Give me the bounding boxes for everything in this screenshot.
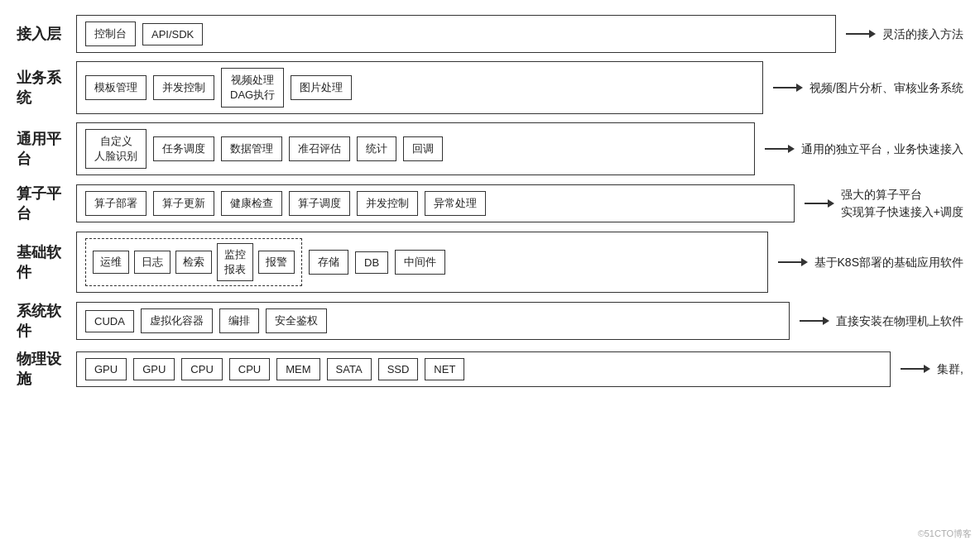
layer-desc-access: 灵活的接入方法 bbox=[882, 26, 963, 43]
infrasw-dashed-item-0: 运维 bbox=[93, 251, 129, 274]
layer-box-operator: 算子部署算子更新健康检查算子调度并发控制异常处理 bbox=[76, 184, 795, 222]
item-syssw-0: CUDA bbox=[85, 310, 134, 332]
layer-label-infrasw: 基础软件 bbox=[17, 242, 76, 282]
layer-box-physical: GPUGPUCPUCPUMEMSATASSDNET bbox=[76, 351, 891, 387]
layer-content-operator: 算子部署算子更新健康检查算子调度并发控制异常处理强大的算子平台实现算子快速接入+… bbox=[76, 184, 963, 222]
arrow-operator bbox=[805, 199, 834, 208]
item-physical-3: CPU bbox=[229, 358, 270, 380]
layer-desc-physical: 集群, bbox=[937, 361, 963, 378]
layer-desc-infrasw: 基于K8S部署的基础应用软件 bbox=[814, 254, 963, 271]
item-syssw-1: 虚拟化容器 bbox=[141, 308, 213, 333]
item-business-1: 并发控制 bbox=[153, 75, 214, 100]
layer-row-infrasw: 基础软件运维日志检索监控报表报警存储DB中间件基于K8S部署的基础应用软件 bbox=[17, 232, 963, 293]
arrow-access bbox=[846, 30, 876, 38]
item-physical-6: SSD bbox=[378, 358, 419, 380]
item-physical-7: NET bbox=[425, 358, 464, 380]
item-platform-1: 任务调度 bbox=[153, 136, 214, 161]
infrasw-dashed-item-1: 日志 bbox=[134, 251, 171, 274]
layer-box-syssw: CUDA虚拟化容器编排安全鉴权 bbox=[76, 302, 790, 340]
layer-row-platform: 通用平台自定义人脸识别任务调度数据管理准召评估统计回调通用的独立平台，业务快速接… bbox=[17, 122, 963, 175]
layer-row-operator: 算子平台算子部署算子更新健康检查算子调度并发控制异常处理强大的算子平台实现算子快… bbox=[17, 184, 963, 223]
layer-row-access: 接入层控制台API/SDK灵活的接入方法 bbox=[17, 15, 963, 53]
watermark: ©51CTO博客 bbox=[918, 528, 972, 540]
layer-label-access: 接入层 bbox=[17, 24, 76, 44]
infrasw-solid-item-0: 存储 bbox=[309, 250, 348, 275]
item-platform-0: 自定义人脸识别 bbox=[85, 129, 147, 169]
item-platform-4: 统计 bbox=[357, 136, 396, 161]
item-platform-5: 回调 bbox=[403, 136, 443, 161]
layer-content-syssw: CUDA虚拟化容器编排安全鉴权直接安装在物理机上软件 bbox=[76, 302, 963, 340]
layer-content-platform: 自定义人脸识别任务调度数据管理准召评估统计回调通用的独立平台，业务快速接入 bbox=[76, 122, 963, 175]
layer-desc-operator: 强大的算子平台实现算子快速接入+调度 bbox=[841, 186, 963, 221]
item-syssw-2: 编排 bbox=[219, 308, 259, 333]
infrasw-solid-item-2: 中间件 bbox=[395, 250, 445, 275]
layer-desc-platform: 通用的独立平台，业务快速接入 bbox=[801, 141, 963, 158]
item-business-2: 视频处理DAG执行 bbox=[221, 68, 284, 108]
layer-box-platform: 自定义人脸识别任务调度数据管理准召评估统计回调 bbox=[76, 122, 755, 175]
item-operator-5: 异常处理 bbox=[425, 191, 486, 216]
layer-box-infrasw: 运维日志检索监控报表报警存储DB中间件 bbox=[76, 232, 768, 293]
arrow-business bbox=[773, 84, 803, 92]
layer-desc-syssw: 直接安装在物理机上软件 bbox=[836, 313, 963, 330]
layer-label-platform: 通用平台 bbox=[17, 129, 76, 169]
layer-row-syssw: 系统软件CUDA虚拟化容器编排安全鉴权直接安装在物理机上软件 bbox=[17, 301, 963, 341]
layer-row-business: 业务系统模板管理并发控制视频处理DAG执行图片处理视频/图片分析、审核业务系统 bbox=[17, 61, 963, 114]
dashed-group: 运维日志检索监控报表报警 bbox=[85, 238, 302, 286]
arrow-syssw bbox=[800, 317, 829, 325]
layer-content-business: 模板管理并发控制视频处理DAG执行图片处理视频/图片分析、审核业务系统 bbox=[76, 61, 963, 114]
layer-content-infrasw: 运维日志检索监控报表报警存储DB中间件基于K8S部署的基础应用软件 bbox=[76, 232, 963, 293]
layer-label-physical: 物理设施 bbox=[17, 349, 76, 389]
arrow-physical bbox=[901, 365, 930, 373]
item-physical-4: MEM bbox=[276, 358, 319, 380]
item-business-0: 模板管理 bbox=[85, 75, 147, 100]
layer-box-business: 模板管理并发控制视频处理DAG执行图片处理 bbox=[76, 61, 763, 114]
layer-box-access: 控制台API/SDK bbox=[76, 15, 836, 53]
item-physical-5: SATA bbox=[327, 358, 372, 380]
infrasw-dashed-item-3: 监控报表 bbox=[217, 243, 253, 281]
layer-label-syssw: 系统软件 bbox=[17, 301, 76, 341]
item-operator-4: 并发控制 bbox=[357, 191, 418, 216]
layer-desc-business: 视频/图片分析、审核业务系统 bbox=[809, 79, 963, 97]
item-platform-3: 准召评估 bbox=[289, 136, 350, 161]
arrow-infrasw bbox=[778, 258, 808, 266]
infrasw-dashed-item-2: 检索 bbox=[175, 251, 212, 274]
item-syssw-3: 安全鉴权 bbox=[266, 308, 327, 333]
item-physical-2: CPU bbox=[181, 358, 222, 380]
item-operator-1: 算子更新 bbox=[153, 191, 214, 216]
layer-label-business: 业务系统 bbox=[17, 68, 76, 108]
layer-content-access: 控制台API/SDK灵活的接入方法 bbox=[76, 15, 963, 53]
item-operator-3: 算子调度 bbox=[289, 191, 350, 216]
item-physical-1: GPU bbox=[133, 358, 175, 380]
infrasw-solid-item-1: DB bbox=[355, 251, 388, 274]
infrasw-dashed-item-4: 报警 bbox=[258, 251, 295, 274]
layer-content-physical: GPUGPUCPUCPUMEMSATASSDNET集群, bbox=[76, 351, 963, 387]
item-physical-0: GPU bbox=[85, 358, 127, 380]
item-access-0: 控制台 bbox=[85, 22, 136, 46]
item-operator-2: 健康检查 bbox=[221, 191, 282, 216]
item-business-3: 图片处理 bbox=[291, 75, 352, 100]
item-access-1: API/SDK bbox=[142, 23, 203, 45]
arrow-platform bbox=[765, 145, 795, 153]
layer-label-operator: 算子平台 bbox=[17, 184, 76, 223]
layer-row-physical: 物理设施GPUGPUCPUCPUMEMSATASSDNET集群, bbox=[17, 349, 963, 389]
item-operator-0: 算子部署 bbox=[85, 191, 147, 216]
item-platform-2: 数据管理 bbox=[221, 136, 282, 161]
